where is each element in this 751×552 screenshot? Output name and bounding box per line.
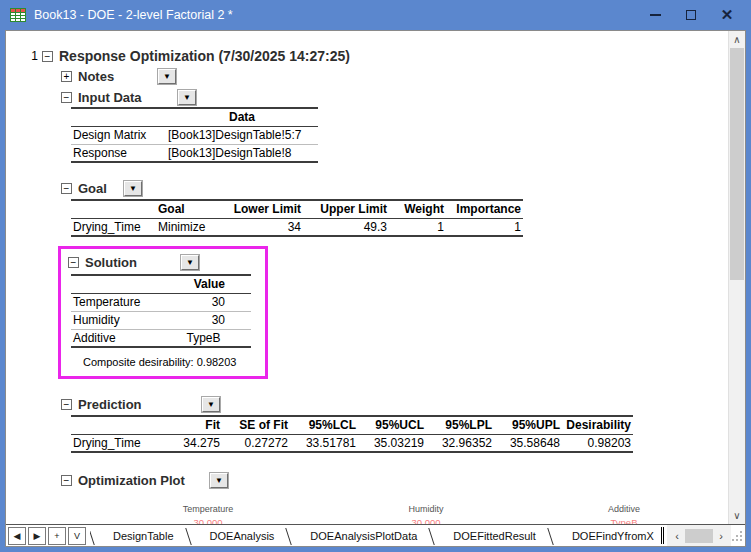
tab-hscroll-right-button[interactable]: › [713,528,729,544]
row-label: Response [71,144,166,162]
factor-column: Humidity 30.000 [364,504,488,524]
solution-table: Value Temperature 30 Humidity 30 Additiv… [71,274,251,348]
collapse-box-optimization-plot[interactable]: − [61,475,72,486]
col-header: SE of Fit [222,416,290,434]
composite-desirability-note: Composite desirability: 0.98203 [83,356,265,368]
factor-optimal-value: TypeB [562,517,686,524]
factor-column: Temperature 30.000 [146,504,270,524]
tab-doeanalysis[interactable]: DOEAnalysis [197,530,288,542]
value-header: Value [156,275,251,293]
expand-box-notes[interactable]: + [61,71,72,82]
prediction-label: Prediction [78,397,202,412]
row-label: Design Matrix [71,126,166,144]
close-button[interactable]: ✕ [709,1,745,29]
col-header: 95%LPL [426,416,494,434]
row-value: [Book13]DesignTable!5:7 [166,126,318,144]
tab-doefindyfromx[interactable]: DOEFindYfromX [559,530,661,542]
response-name: Drying_Time [71,218,156,236]
tab-scroll-right-button[interactable]: ▶ [28,527,46,545]
factor-optimal-value: 30.000 [146,517,270,524]
tab-separator-icon [187,528,197,544]
notes-label: Notes [78,69,158,84]
section-notes: + Notes ▼ [61,68,728,85]
add-sheet-button[interactable]: + [48,527,66,545]
tab-horizontal-scrollbar[interactable]: ‹ › [667,525,731,546]
input-data-dropdown-button[interactable]: ▼ [178,90,196,105]
collapse-box-report[interactable]: − [42,51,53,62]
dropdown-arrow-icon: ▼ [129,184,137,193]
lower-limit: 34 [226,218,303,236]
table-row: Drying_Time Minimize 34 49.3 1 1 [71,218,523,236]
col-header: Upper Limit [303,200,389,218]
prediction-dropdown-button[interactable]: ▼ [202,397,220,412]
col-header: Fit [156,416,222,434]
factor-name: Humidity [71,311,156,329]
workbook-window: Book13 - DOE - 2-level Factorial 2 * ✕ 1… [0,0,751,552]
tab-separator-icon [549,528,559,544]
magenta-annotation-box: − Solution ▼ Value Temperature 30 Humidi… [58,246,268,379]
notes-dropdown-button[interactable]: ▼ [158,69,176,84]
collapse-box-goal[interactable]: − [61,183,72,194]
solution-label: Solution [85,255,181,270]
sheet-list-button[interactable]: V [68,527,86,545]
importance: 1 [446,218,523,236]
worksheet-icon [10,7,26,23]
section-input-data: − Input Data ▼ [61,89,728,106]
section-solution: − Solution ▼ [68,254,265,271]
sheet-tab-bar: ◀ ▶ + V DesignTable DOEAnalysis DOEAnaly… [6,524,745,546]
table-row: Drying_Time 34.275 0.27272 33.51781 35.0… [71,434,633,452]
collapse-box-prediction[interactable]: − [61,399,72,410]
window-controls: ✕ [637,1,745,29]
dropdown-arrow-icon: ▼ [215,476,223,485]
maximize-button[interactable] [673,1,709,29]
vertical-scrollbar[interactable]: ∧ ∨ [728,31,745,524]
window-titlebar[interactable]: Book13 - DOE - 2-level Factorial 2 * ✕ [0,0,751,30]
tab-doeanalysisplotdata[interactable]: DOEAnalysisPlotData [297,530,430,542]
input-data-table: Data Design Matrix [Book13]DesignTable!5… [71,107,318,163]
dropdown-arrow-icon: ▼ [207,400,215,409]
table-row: Design Matrix [Book13]DesignTable!5:7 [71,126,318,144]
goal-header-row: Goal Lower Limit Upper Limit Weight Impo… [71,200,523,218]
upl-value: 35.58648 [494,434,562,452]
scroll-down-button[interactable]: ∨ [729,507,745,524]
resize-grip[interactable] [731,528,745,544]
factor-name: Additive [71,329,156,347]
response-name: Drying_Time [71,434,156,452]
factor-name: Temperature [146,504,270,514]
factor-value: 30 [156,293,251,311]
solution-dropdown-button[interactable]: ▼ [181,255,199,270]
optimization-plot-dropdown-button[interactable]: ▼ [210,473,228,488]
tab-hscroll-left-button[interactable]: ‹ [669,528,685,544]
tab-designtable[interactable]: DesignTable [100,530,187,542]
collapse-box-solution[interactable]: − [68,257,79,268]
report-title: Response Optimization (7/30/2025 14:27:2… [59,48,350,64]
col-header: 95%UCL [358,416,426,434]
tab-hscroll-thumb[interactable] [685,529,713,543]
minimize-icon [650,14,661,16]
analysis-report: 1 − Response Optimization (7/30/2025 14:… [6,31,728,524]
table-row: Temperature 30 [71,293,251,311]
goal-table: Goal Lower Limit Upper Limit Weight Impo… [71,199,523,237]
col-header: Weight [389,200,446,218]
row-value: [Book13]DesignTable!8 [166,144,318,162]
table-row: Humidity 30 [71,311,251,329]
collapse-box-input-data[interactable]: − [61,92,72,103]
dropdown-arrow-icon: ▼ [186,258,194,267]
optimization-plot-factors: Temperature 30.000 Humidity 30.000 Addit… [6,504,728,524]
tab-doefittedresult[interactable]: DOEFittedResult [440,530,549,542]
scroll-up-button[interactable]: ∧ [729,31,745,48]
vertical-scrollbar-thumb[interactable] [730,48,744,280]
input-col-header: Data [166,108,318,126]
sheet-tabs: DesignTable DOEAnalysis DOEAnalysisPlotD… [90,525,661,546]
factor-optimal-value: 30.000 [364,517,488,524]
tab-scroll-left-button[interactable]: ◀ [8,527,26,545]
table-row: Additive TypeB [71,329,251,347]
prediction-header-row: Fit SE of Fit 95%LCL 95%UCL 95%LPL 95%UP… [71,416,633,434]
table-row: Response [Book13]DesignTable!8 [71,144,318,162]
section-prediction: − Prediction ▼ [61,396,728,413]
goal-label: Goal [78,181,124,196]
goal-dropdown-button[interactable]: ▼ [124,181,142,196]
window-title: Book13 - DOE - 2-level Factorial 2 * [34,8,637,22]
col-header: Goal [156,200,226,218]
minimize-button[interactable] [637,1,673,29]
